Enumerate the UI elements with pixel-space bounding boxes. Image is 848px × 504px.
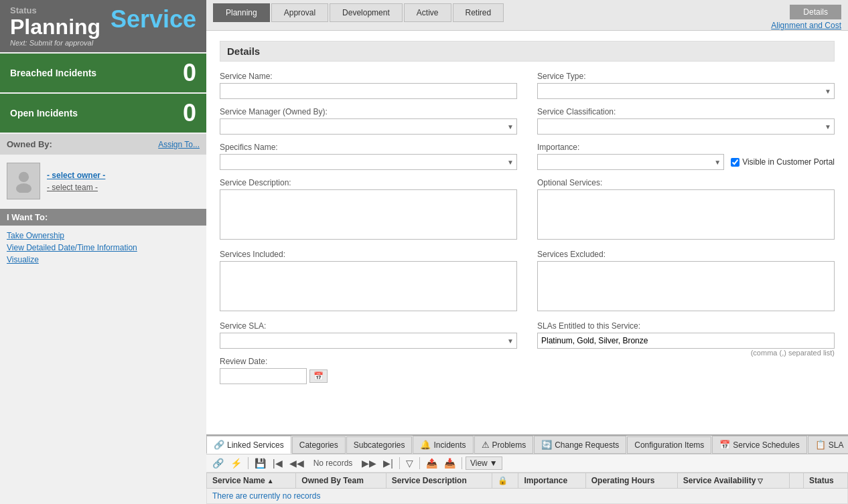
view-label: View (470, 458, 488, 468)
tab-development[interactable]: Development (330, 3, 403, 22)
review-date-input[interactable] (220, 368, 307, 384)
services-excluded-group: Services Excluded: (537, 250, 835, 313)
bottom-tab-sla[interactable]: 📋SLA (808, 436, 848, 454)
open-incidents-block: Open Incidents 0 (0, 94, 206, 133)
optional-services-textarea[interactable] (537, 189, 835, 240)
toolbar-sep-2 (399, 457, 400, 469)
specifics-name-wrapper (220, 154, 517, 170)
status-block: Status Planning Next: Submit for approva… (10, 5, 100, 52)
no-records-cell: There are currently no records (207, 489, 848, 504)
open-incidents-label: Open Incidents (10, 108, 78, 118)
action-links: Take Ownership View Detailed Date/Time I… (0, 226, 206, 272)
select-owner-link[interactable]: - select owner - (47, 171, 105, 180)
visible-portal-checkbox[interactable] (731, 158, 739, 167)
service-sla-wrapper (220, 333, 517, 349)
service-description-textarea[interactable] (220, 189, 517, 240)
service-classification-select[interactable] (537, 118, 835, 135)
col-service-availability: Service Availability ▽ (677, 473, 789, 489)
filter-button[interactable]: ▽ (403, 456, 416, 470)
bottom-tabs: 🔗Linked ServicesCategoriesSubcategories🔔… (206, 436, 848, 454)
prev-button[interactable]: ◀◀ (287, 456, 307, 470)
toolbar-sep-1 (248, 457, 249, 469)
view-button[interactable]: View ▼ (466, 456, 502, 470)
alignment-cost-link[interactable]: Alignment and Cost (771, 21, 841, 30)
problems-icon: ⚠ (482, 440, 490, 450)
top-right-links: Details Alignment and Cost (771, 3, 841, 30)
svg-point-1 (16, 183, 31, 193)
slas-entitled-input[interactable] (537, 333, 835, 349)
left-form-col: Service Name: Service Manager (Owned By)… (220, 72, 517, 392)
owner-area: - select owner - - select team - (0, 156, 206, 206)
details-button[interactable]: Details (790, 5, 841, 19)
bottom-tab-change-requests[interactable]: 🔄Change Requests (534, 436, 626, 454)
service-schedules-label: Service Schedules (733, 440, 799, 450)
slas-entitled-group: SLAs Entitled to this Service: (comma (,… (537, 321, 835, 357)
bottom-tab-categories[interactable]: Categories (292, 436, 346, 454)
service-classification-label: Service Classification: (537, 107, 835, 116)
bottom-tab-service-schedules[interactable]: 📅Service Schedules (712, 436, 806, 454)
bottom-tab-problems[interactable]: ⚠Problems (474, 436, 534, 454)
breached-incidents-label: Breached Incidents (10, 68, 96, 78)
tab-approval[interactable]: Approval (271, 3, 328, 22)
col-lock: 🔒 (492, 473, 518, 489)
upload-button[interactable]: 📤 (423, 456, 440, 470)
last-button[interactable]: ▶| (380, 456, 396, 470)
i-want-block: I Want To: (0, 209, 206, 226)
service-sla-select[interactable] (220, 333, 517, 349)
service-type-select[interactable] (537, 83, 835, 99)
avatar (7, 163, 40, 199)
calendar-button[interactable]: 📅 (309, 369, 328, 383)
save-button[interactable]: 💾 (252, 456, 269, 470)
bottom-tab-configuration-items[interactable]: Configuration Items (627, 436, 711, 454)
tab-retired[interactable]: Retired (453, 3, 504, 22)
service-title: Service (111, 5, 196, 33)
table-header: Service Name▲ Owned By Team Service Desc… (207, 473, 848, 489)
left-panel: Status Planning Next: Submit for approva… (0, 0, 206, 504)
service-name-input[interactable] (220, 83, 517, 99)
importance-wrapper (537, 154, 724, 170)
visible-portal-text: Visible in Customer Portal (742, 157, 835, 167)
service-manager-select[interactable] (220, 118, 517, 135)
slas-entitled-label: SLAs Entitled to this Service: (537, 321, 835, 331)
service-manager-group: Service Manager (Owned By): (220, 107, 517, 135)
owned-by-block: Owned By: Assign To... (0, 134, 206, 155)
app-container: Status Planning Next: Submit for approva… (0, 0, 848, 504)
first-button[interactable]: |◀ (270, 456, 285, 470)
bottom-tab-subcategories[interactable]: Subcategories (346, 436, 413, 454)
status-label: Status (10, 5, 100, 15)
next-button[interactable]: ▶▶ (359, 456, 379, 470)
importance-row: Visible in Customer Portal (537, 154, 835, 170)
importance-select[interactable] (537, 154, 724, 170)
subcategories-label: Subcategories (354, 440, 405, 450)
lock-icon: 🔒 (498, 476, 508, 485)
bottom-tab-incidents[interactable]: 🔔Incidents (413, 436, 473, 454)
tab-planning[interactable]: Planning (213, 3, 270, 22)
download-button[interactable]: 📥 (441, 456, 458, 470)
tab-active[interactable]: Active (404, 3, 451, 22)
owned-by-label: Owned By: (7, 139, 52, 149)
sla-icon: 📋 (815, 440, 826, 450)
service-description-group: Service Description: (220, 178, 517, 242)
assign-to-link[interactable]: Assign To... (158, 140, 200, 149)
specifics-name-select[interactable] (220, 154, 517, 170)
col-importance: Importance (518, 473, 585, 489)
incidents-icon: 🔔 (420, 440, 431, 450)
link-button[interactable]: 🔗 (210, 456, 226, 470)
unlink-button[interactable]: ⚡ (228, 456, 244, 470)
status-value: Planning (10, 15, 100, 39)
visualize-link[interactable]: Visualize (7, 255, 200, 264)
bottom-table: Service Name▲ Owned By Team Service Desc… (206, 473, 848, 504)
services-included-textarea[interactable] (220, 261, 517, 311)
take-ownership-link[interactable]: Take Ownership (7, 231, 200, 240)
services-excluded-label: Services Excluded: (537, 250, 835, 259)
linked-services-label: Linked Services (227, 440, 284, 450)
details-header: Details (220, 41, 835, 62)
services-excluded-textarea[interactable] (537, 261, 835, 311)
toolbar-sep-3 (419, 457, 420, 469)
select-team-link[interactable]: - select team - (47, 183, 105, 192)
col-service-name: Service Name▲ (207, 473, 296, 489)
change-requests-icon: 🔄 (541, 440, 552, 450)
bottom-tab-linked-services[interactable]: 🔗Linked Services (206, 436, 291, 454)
service-sla-label: Service SLA: (220, 321, 517, 331)
view-date-time-link[interactable]: View Detailed Date/Time Information (7, 243, 200, 252)
